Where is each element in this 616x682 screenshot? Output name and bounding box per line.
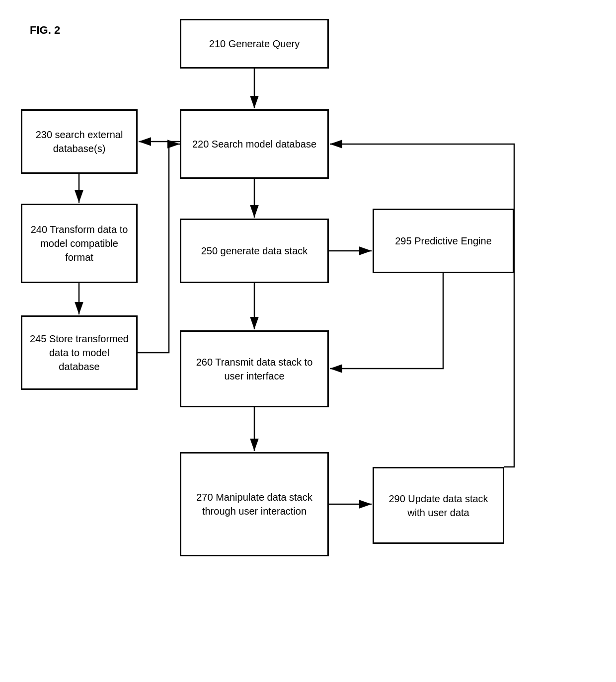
box-230: 230 search external database(s) xyxy=(21,109,138,174)
box-295: 295 Predictive Engine xyxy=(373,209,514,273)
box-270: 270 Manipulate data stack through user i… xyxy=(180,452,329,556)
figure-label: FIG. 2 xyxy=(30,24,60,37)
box-260: 260 Transmit data stack to user interfac… xyxy=(180,330,329,407)
box-210: 210 Generate Query xyxy=(180,19,329,69)
box-220: 220 Search model database xyxy=(180,109,329,179)
box-245: 245 Store transformed data to model data… xyxy=(21,315,138,390)
box-250: 250 generate data stack xyxy=(180,219,329,283)
box-290: 290 Update data stack with user data xyxy=(373,467,504,544)
box-240: 240 Transform data to model compatible f… xyxy=(21,204,138,283)
